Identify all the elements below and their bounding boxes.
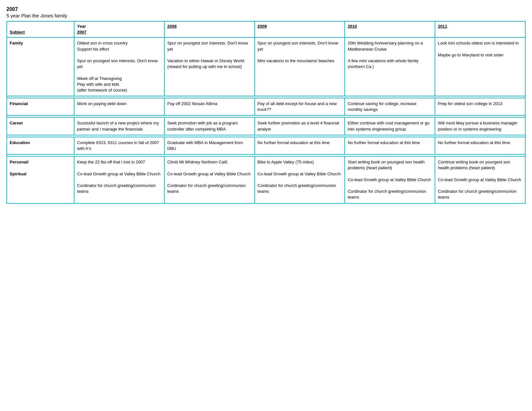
financial-label: Financial [7,98,74,115]
year-word: Year [77,24,86,29]
personal-2010: Start writing book on youngest son healt… [345,156,435,203]
year-2009-num: 2009 [258,24,267,29]
personal-spiritual-label: Personal/ Spiritual [7,156,74,203]
family-2011: Look into schools oldest son is interest… [435,37,525,96]
financial-2008: Pay off 2002 Nissan Altima [164,98,255,115]
family-2010: 20th Wedding Anniversary planning on a M… [345,37,435,96]
career-2008: Seek promotion with job as a program con… [164,117,255,135]
year-2007-num: 2007 [77,30,86,34]
family-2008: Spur on youngest son interests. Don't kn… [164,37,255,96]
year-2010-num: 2010 [348,24,357,29]
year-2009-header: 2009 [255,21,345,37]
education-2008: Graduate with MBA in Management from DBU [164,137,255,154]
financial-2011: Prep for oldest son college in 2013 [435,98,525,115]
subject-header: Subject [7,21,74,37]
education-2007: Complete 6323, 6311 courses in fall of 2… [74,137,164,154]
education-2011: No further formal education at this time [435,137,525,154]
year-2011-num: 2011 [438,24,447,29]
year-2010-header: 2010 [345,21,435,37]
year-2011-header: 2011 [435,21,525,37]
personal-2011: Continue writing book on youngest son he… [435,156,525,203]
education-2009: No further formal education at this time [255,137,345,154]
personal-2007: Keep the 22 lbs off that I lost in 2007C… [74,156,164,203]
education-label: Education [7,137,74,154]
family-2007: Oldest son in cross countrySupport his e… [74,37,164,96]
career-label: Career [7,117,74,135]
family-row: Family Oldest son in cross countrySuppor… [7,37,525,96]
year-2008-header: 2008 [164,21,255,37]
year-2007-header: Year 2007 [74,21,164,37]
spiritual-label: Spiritual [10,171,26,176]
education-row: Education Complete 6323, 6311 courses in… [7,137,525,154]
doc-subtitle: 5 year Plan the Jones family [6,13,526,18]
personal-spiritual-row: Personal/ Spiritual Keep the 22 lbs off … [7,156,525,203]
family-2009: Spur on youngest son interests. Don't kn… [255,37,345,96]
career-2007: Sucessful launch of a new project where … [74,117,164,135]
year-label [10,24,11,29]
career-2010: Either continue with cost management or … [345,117,435,135]
career-2011: Will most likey pursue a business manage… [435,117,525,135]
family-label: Family [7,37,74,96]
subject-label: Subject [10,30,25,34]
header-row: Subject Year 2007 2008 2009 2010 2011 [7,21,525,37]
year-2008-num: 2008 [167,24,177,29]
career-2009: Seek further promotion as a level 4 fina… [255,117,345,135]
personal-2009: Bike to Apple Valley (75 miles)Co-lead G… [255,156,345,203]
personal-label: Personal/ [10,160,29,164]
financial-2009: Pay of all debt except for house and a n… [255,98,345,115]
financial-2010: Continue saving for college, increase mo… [345,98,435,115]
education-2010: No further formal education at this time [345,137,435,154]
financial-row: Financial Work on paying debt down Pay o… [7,98,525,115]
financial-2007: Work on paying debt down [74,98,164,115]
doc-title: 2007 [6,6,526,12]
personal-2008: Climb Mt Whitney Northern Calif.Co-lead … [164,156,255,203]
career-row: Career Sucessful launch of a new project… [7,117,525,135]
